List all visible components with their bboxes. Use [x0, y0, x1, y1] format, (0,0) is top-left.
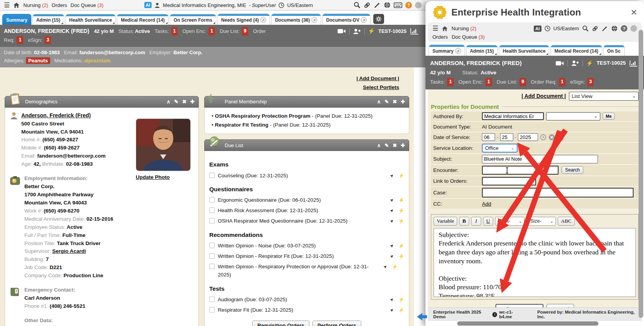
help-icon[interactable]: ?: [405, 2, 412, 9]
nav-nursing[interactable]: Nursing (2): [451, 26, 476, 31]
lightning-icon[interactable]: ⚡: [398, 207, 404, 214]
font-select[interactable]: -Font-⌄: [495, 217, 524, 226]
send-icon[interactable]: ➤: [388, 197, 396, 204]
due-checkbox[interactable]: [209, 253, 215, 259]
tab-summary[interactable]: Summary: [2, 14, 31, 25]
move-icon[interactable]: ✚: [190, 99, 195, 105]
tab-documents-dv[interactable]: Documents-DV↗: [322, 14, 371, 25]
popout-icon[interactable]: ↗: [455, 48, 461, 54]
tab-documents[interactable]: Documents (36)↗: [271, 14, 321, 25]
close-icon[interactable]: ✖: [393, 142, 397, 148]
nav-orders[interactable]: Orders: [52, 2, 67, 8]
edit-icon[interactable]: ✎: [174, 99, 178, 105]
encounter-input[interactable]: [482, 166, 559, 175]
supervisor-link[interactable]: Sergio Acardi: [52, 248, 86, 254]
panel-membership-header[interactable]: ⚕ Panel Membership ∧ ✎ ✖ ✚: [204, 96, 409, 108]
wand-icon[interactable]: [374, 2, 381, 9]
move-icon[interactable]: ✚: [401, 142, 405, 148]
send-icon[interactable]: ➤: [388, 306, 396, 314]
lightning-icon[interactable]: ⚡: [398, 197, 404, 204]
lightning-icon[interactable]: ⚡: [586, 58, 593, 68]
move-icon[interactable]: ✚: [401, 99, 405, 105]
due-checkbox[interactable]: [209, 218, 215, 223]
tab-medical-record[interactable]: Medical Record (14): [117, 14, 168, 25]
lightning-icon[interactable]: ⚡: [398, 242, 404, 250]
tasks-count-badge[interactable]: 1: [447, 78, 454, 86]
globe-icon[interactable]: [384, 2, 391, 9]
spellcheck-button[interactable]: ABC: [558, 217, 575, 226]
popout-icon[interactable]: ↗: [311, 17, 317, 23]
send-icon[interactable]: ➤: [388, 172, 396, 180]
collapse-icon[interactable]: ∧: [167, 99, 171, 105]
nav-doc-queue[interactable]: Doc Queue (3): [70, 2, 103, 8]
note-text-area[interactable]: Subjective: Frederick Anderson presented…: [434, 228, 636, 297]
send-icon[interactable]: ➤: [388, 207, 396, 215]
search-icon[interactable]: [582, 25, 589, 32]
esign-badge[interactable]: 3: [44, 36, 51, 44]
tab-summary[interactable]: Summary↗: [429, 45, 465, 56]
tab-admin[interactable]: Admin (15): [32, 14, 64, 25]
due-checkbox[interactable]: [209, 208, 215, 213]
open-enc-badge[interactable]: 1: [208, 27, 215, 35]
due-list-badge[interactable]: 9: [519, 78, 526, 86]
tab-settings-gear[interactable]: [373, 14, 384, 24]
send-icon[interactable]: ➤: [382, 263, 389, 271]
send-icon[interactable]: ➤: [388, 252, 396, 260]
globe-icon[interactable]: [611, 25, 618, 32]
nav-doc-queue[interactable]: Doc Queue (3): [452, 34, 485, 40]
variable-button[interactable]: Variable: [434, 217, 457, 226]
due-checkbox[interactable]: [209, 307, 215, 312]
dos-month-input[interactable]: [482, 133, 495, 141]
calendar-icon[interactable]: [557, 134, 564, 141]
collapse-panel-arrow[interactable]: [416, 312, 428, 323]
tab-admin[interactable]: Admin (15): [466, 45, 498, 56]
lightning-icon[interactable]: ⚡: [398, 218, 404, 225]
chart-icon[interactable]: [629, 60, 638, 67]
due-checkbox[interactable]: [209, 173, 215, 178]
lightning-icon[interactable]: ⚡: [398, 296, 404, 304]
add-document-link[interactable]: | Add Document |: [521, 93, 566, 99]
underline-button[interactable]: U: [483, 217, 493, 226]
bold-button[interactable]: B: [459, 217, 469, 226]
menu-icon[interactable]: ☰: [4, 2, 10, 9]
requisition-orders-button[interactable]: Requisition Orders: [252, 321, 309, 326]
tasks-count-badge[interactable]: 1: [171, 27, 178, 35]
search-icon[interactable]: [354, 2, 360, 9]
view-select[interactable]: List View ⌄: [569, 92, 639, 101]
due-list-badge[interactable]: 9: [242, 27, 248, 35]
medication-value[interactable]: alprazolam: [84, 58, 110, 63]
cc-add-link[interactable]: Add: [482, 201, 491, 207]
collapse-icon[interactable]: ∧: [377, 99, 381, 105]
dos-day-input[interactable]: [500, 133, 513, 141]
tab-health-surveillance[interactable]: Health Surveillance: [499, 45, 550, 56]
send-icon[interactable]: ➤: [388, 296, 396, 304]
popout-icon[interactable]: ↗: [361, 17, 367, 23]
close-icon[interactable]: ✖: [182, 99, 186, 105]
collapse-icon[interactable]: ∧: [377, 142, 381, 148]
select-portlets-link[interactable]: Select Portlets: [363, 84, 399, 90]
due-list-header[interactable]: Due List ∧ ✎ ✖ ✚: [204, 139, 409, 151]
lightning-icon[interactable]: ⚡: [398, 307, 404, 314]
service-location-select[interactable]: Office ⌄: [482, 144, 518, 153]
perform-orders-button[interactable]: Perform Orders: [313, 321, 361, 326]
lightning-icon[interactable]: ⚡: [368, 27, 375, 36]
link-to-orders-input[interactable]: [482, 177, 536, 185]
vertical-scrollbar[interactable]: [639, 30, 643, 318]
tab-health-surveillance[interactable]: Health Surveillance: [65, 14, 116, 25]
due-checkbox[interactable]: [209, 243, 215, 248]
ai-badge[interactable]: AI: [144, 2, 152, 8]
nav-orders[interactable]: Orders: [432, 34, 448, 40]
esign-badge[interactable]: 3: [587, 78, 594, 86]
chart-icon[interactable]: [410, 28, 419, 34]
menu-icon[interactable]: ☰: [432, 25, 438, 32]
tab-on-screen-forms[interactable]: On Screen Forms: [170, 14, 216, 25]
me-button[interactable]: Me: [603, 113, 615, 120]
video-camera-icon[interactable]: [555, 60, 564, 66]
home-icon[interactable]: [13, 2, 20, 8]
send-icon[interactable]: ➤: [388, 218, 396, 225]
authored-by-input[interactable]: [482, 112, 544, 120]
popout-icon[interactable]: ↗: [260, 17, 266, 23]
open-enc-badge[interactable]: 1: [485, 78, 492, 86]
help-icon[interactable]: ?: [621, 25, 627, 32]
tab-needs-signed[interactable]: Needs Signed (4)↗: [217, 14, 270, 25]
